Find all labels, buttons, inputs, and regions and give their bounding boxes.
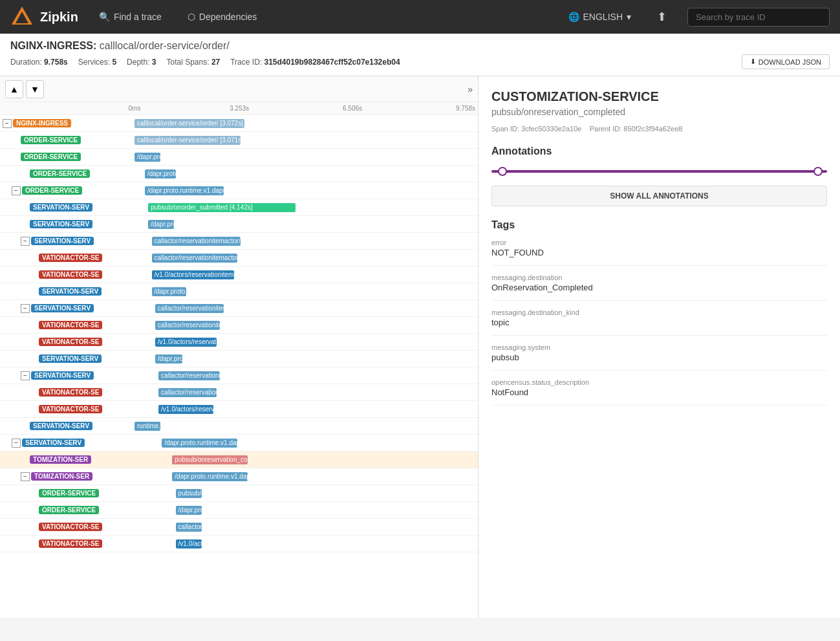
collapse-button[interactable]: − [3, 119, 12, 128]
span-row[interactable]: SERVATION-SERV/dapr.proto.runtime.v1.dap… [0, 216, 478, 233]
span-bar[interactable]: pubsub/oncustomization_failed [310.411ms… [176, 489, 202, 498]
span-row[interactable]: SERVATION-SERVruntime.v1.dapr/savestate … [0, 418, 478, 435]
span-bar-area: callactor/reservationitemactor/addreserv… [135, 519, 478, 535]
span-row[interactable]: VATIONACTOR-SEcallactor/reservationitema… [0, 250, 478, 266]
span-row[interactable]: −SERVATION-SERVcallactor/reservationitem… [0, 367, 478, 384]
slider-handle-right[interactable] [813, 167, 823, 176]
span-bar-area: callactor/reservationitemactor/addreserv… [135, 233, 478, 249]
span-row[interactable]: SERVATION-SERV/dapr.proto.runtime.v1.dap… [0, 351, 478, 367]
span-row[interactable]: VATIONACTOR-SEcallactor/reservationitema… [0, 519, 478, 536]
slider-handle-left[interactable] [498, 167, 507, 176]
span-label-area: VATIONACTOR-SE [0, 338, 135, 347]
span-row[interactable]: −ORDER-SERVICE/dapr.proto.runtime.v1.dap… [0, 182, 478, 199]
span-row[interactable]: −SERVATION-SERV/dapr.proto.runtime.v1.da… [0, 435, 478, 451]
collapse-button[interactable]: − [21, 237, 30, 246]
upload-button[interactable]: ⬆ [652, 7, 672, 27]
span-bar[interactable]: callactor/reservationitemactor/addreserv… [152, 254, 238, 263]
collapse-button[interactable]: − [21, 472, 30, 481]
span-bar[interactable]: pubsub/onreservation_completed [2.189s] [172, 455, 248, 464]
span-row[interactable]: ORDER-SERVICE/dapr.proto.runtime.v1.dapr… [0, 149, 478, 166]
span-bar[interactable]: calllocal/order-service/order/ [3.072s] [135, 119, 244, 128]
collapse-button[interactable]: − [12, 439, 21, 448]
span-bar[interactable]: /v1.0/actors/reservationitemactor/rockie… [152, 270, 234, 279]
tags-section: Tags errorNOT_FOUNDmessaging.destination… [491, 219, 827, 406]
span-label-area: SERVATION-SERV [0, 220, 135, 229]
span-row[interactable]: TOMIZATION-SERpubsub/onreservation_compl… [0, 451, 478, 468]
span-bar[interactable]: /dapr.proto.runtime.v1.dapr/savestate [1… [152, 287, 186, 296]
collapse-button[interactable]: − [12, 186, 21, 195]
span-bar[interactable]: runtime.v1.dapr/savestate [134.007ms] [135, 422, 160, 431]
find-trace-nav[interactable]: 🔍 Find a trace [94, 9, 167, 25]
span-bar[interactable]: callactor/reservationitemactor/addreserv [155, 304, 224, 313]
span-row[interactable]: VATIONACTOR-SEcallactor/reservationitema… [0, 317, 478, 334]
span-row[interactable]: ORDER-SERVICE/dapr.proto.runtime.v1.dapr… [0, 166, 478, 182]
span-row[interactable]: VATIONACTOR-SE/v1.0/actors/reservationit… [0, 536, 478, 552]
expand-icon[interactable]: » [468, 84, 473, 94]
span-row[interactable]: VATIONACTOR-SEcallactor/reservationitema… [0, 384, 478, 401]
span-row[interactable]: SERVATION-SERV/dapr.proto.runtime.v1.dap… [0, 283, 478, 300]
span-bar[interactable]: /dapr.proto.runtime.v1.dapr/getstate [14… [176, 506, 202, 515]
ruler-mark-2: 6.506s [343, 105, 362, 112]
span-bar[interactable]: callactor/reservationitemactor/addrese [158, 371, 220, 380]
span-bar[interactable]: /v1.0/actors/reservationitemactor/craz [158, 405, 213, 414]
total-spans-label: Total Spans: 27 [167, 58, 221, 67]
service-badge: SERVATION-SERV [31, 304, 94, 312]
span-label-area: SERVATION-SERV [0, 354, 135, 364]
collapse-up-button[interactable]: ▲ [5, 80, 23, 98]
spans-container[interactable]: −NGINX-INGRESScalllocal/order-service/or… [0, 115, 478, 618]
dependencies-label: Dependencies [199, 12, 257, 22]
tag-key: messaging.destination [491, 274, 827, 281]
service-badge: NGINX-INGRESS [13, 119, 71, 127]
span-bar[interactable]: callactor/reservationitemactor/addreserv [155, 321, 221, 330]
span-bar[interactable]: callactor/reservationitemactor/addreserv… [152, 237, 241, 246]
show-annotations-button[interactable]: SHOW ALL ANNOTATIONS [491, 186, 827, 206]
span-bar[interactable]: /dapr.proto.runtime.v1.dapr/publishevent… [162, 439, 237, 448]
annotations-slider[interactable] [491, 165, 827, 178]
span-bar[interactable]: /dapr.proto.runtime.v1.dapr/getstate [65… [148, 220, 174, 229]
span-bar[interactable]: callactor/reservationitemactor/addrese [158, 388, 217, 397]
span-row[interactable]: ORDER-SERVICEpubsub/oncustomization_fail… [0, 485, 478, 502]
language-selector[interactable]: 🌐 ENGLISH ▾ [563, 9, 636, 25]
detail-panel: CUSTOMIZATION-SERVICE pubsub/onreservati… [479, 76, 840, 618]
span-bar[interactable]: calllocal/order-service/order/ [3.071s] [135, 136, 241, 145]
detail-path: pubsub/onreservation_completed [491, 107, 827, 117]
zipkin-logo [10, 5, 34, 28]
tag-value: NotFound [491, 387, 827, 397]
span-bar[interactable]: /v1.0/actors/reservationitemactor/rockie… [176, 539, 202, 549]
timeline-ruler: 0ms 3.253s 6.506s 9.758s [0, 102, 478, 115]
collapse-button[interactable]: − [21, 371, 30, 380]
dependencies-nav[interactable]: ⬡ Dependencies [182, 9, 263, 25]
service-badge: SERVATION-SERV [30, 220, 92, 228]
span-id-label: Span ID: [491, 125, 519, 133]
trace-meta: Duration: 9.758s Services: 5 Depth: 3 To… [10, 54, 830, 69]
span-row[interactable]: VATIONACTOR-SE/v1.0/actors/reservationit… [0, 266, 478, 283]
span-bar[interactable]: /dapr.proto.runtime.v1.dapr/getstate [63… [135, 153, 160, 162]
collapse-button[interactable]: − [21, 304, 30, 313]
span-row[interactable]: ORDER-SERVICE/dapr.proto.runtime.v1.dapr… [0, 502, 478, 519]
span-bar[interactable]: /dapr.proto.runtime.v1.dapr/savestate [1… [145, 169, 176, 179]
span-bar[interactable]: /v1.0/actors/reservationitemactor/busso [155, 338, 217, 347]
span-bar[interactable]: /dapr.proto.runtime.v1.dapr/publishevent… [145, 186, 224, 195]
span-row[interactable]: VATIONACTOR-SE/v1.0/actors/reservationit… [0, 334, 478, 351]
span-bar-area: runtime.v1.dapr/savestate [134.007ms] [135, 418, 478, 434]
span-row[interactable]: VATIONACTOR-SE/v1.0/actors/reservationit… [0, 401, 478, 418]
service-badge: SERVATION-SERV [31, 371, 94, 380]
span-row[interactable]: −NGINX-INGRESScalllocal/order-service/or… [0, 115, 478, 132]
span-bar[interactable]: callactor/reservationitemactor/addreserv… [176, 523, 202, 532]
span-row[interactable]: SERVATION-SERVpubsub/onorder_submitted [… [0, 199, 478, 216]
collapse-down-button[interactable]: ▼ [26, 80, 44, 98]
trace-service: NGINX-INGRESS [10, 40, 93, 51]
span-indent [3, 354, 30, 364]
span-bar[interactable]: /dapr.proto.runtime.v1.dapr/publishevent… [172, 472, 248, 481]
span-row[interactable]: −TOMIZATION-SER/dapr.proto.runtime.v1.da… [0, 468, 478, 485]
span-bar[interactable]: /dapr.proto.runtime.v1.dapr/savestate [.… [155, 354, 182, 364]
trace-id-search[interactable] [687, 8, 830, 27]
span-bar[interactable]: pubsub/onorder_submitted [4.142s] [148, 203, 296, 212]
download-json-button[interactable]: ⬇ DOWNLOAD JSON [742, 54, 830, 69]
tag-row: messaging.destinationOnReservation_Compl… [491, 274, 827, 301]
span-row[interactable]: ORDER-SERVICEcalllocal/order-service/ord… [0, 132, 478, 149]
chevron-down-icon: ▾ [627, 12, 631, 22]
span-label-area: ORDER-SERVICE [0, 506, 135, 515]
span-row[interactable]: −SERVATION-SERVcallactor/reservationitem… [0, 300, 478, 317]
span-row[interactable]: −SERVATION-SERVcallactor/reservationitem… [0, 233, 478, 250]
